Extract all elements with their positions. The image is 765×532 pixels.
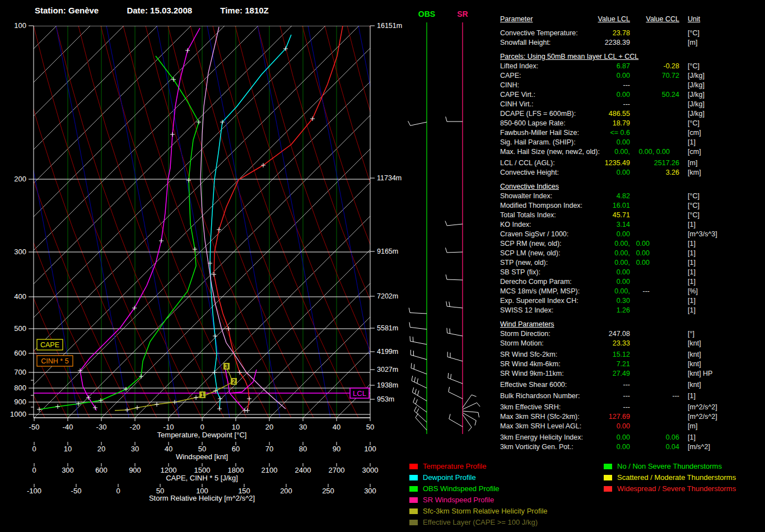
svg-text:CINH * 5: CINH * 5 [41, 357, 68, 365]
profile-legend-item: Temperature Profile [409, 461, 548, 472]
table-row: SR Wind Sfc-2km:15.12[knt] [500, 350, 763, 360]
svg-text:953m: 953m [377, 395, 394, 403]
svg-text:1000: 1000 [10, 410, 26, 418]
legend-swatch-icon [604, 464, 612, 469]
table-row: SB STP (fix):0.00[1] [500, 268, 763, 277]
svg-text:3000: 3000 [362, 466, 379, 474]
svg-text:11734m: 11734m [377, 174, 402, 182]
table-row: Craven SigSvr / 1000:0.00[m^3/s^3] [500, 230, 763, 239]
table-row: SWISS 12 Index:1.26[1] [500, 306, 763, 315]
svg-text:80: 80 [299, 445, 307, 453]
table-row: Max 3km SRH (Sfc-2km):127.69[m^2/s^2] [500, 412, 763, 422]
svg-text:1: 1 [201, 392, 204, 398]
table-row: 3km Effective SRH:---[m^2/s^2] [500, 403, 763, 412]
svg-text:-40: -40 [63, 423, 73, 431]
svg-text:300: 300 [364, 487, 376, 495]
svg-text:Windspeed [knt]: Windspeed [knt] [176, 452, 228, 461]
profile-legend-item: Effective Layer (CAPE >= 100 J/kg) [409, 517, 548, 528]
legend-label: Dewpoint Profile [423, 472, 476, 483]
profile-legend: Temperature ProfileDewpoint ProfileOBS W… [409, 461, 548, 528]
table-row: Storm Motion:23.33[knt] [500, 339, 763, 348]
svg-text:Storm Relative Helicity [m^2/s: Storm Relative Helicity [m^2/s^2] [149, 494, 255, 502]
svg-text:400: 400 [14, 292, 26, 301]
table-row: Convective Temperature:23.78[°C] [500, 29, 763, 38]
table-row: Showalter Index:4.82[°C] [500, 192, 763, 201]
table-row: Effective Shear 6000:---[knt] [500, 380, 763, 390]
profile-legend-item: SR Windspeed Profile [409, 494, 548, 506]
legend-swatch-icon [409, 475, 418, 480]
plot-area: 123 [0, 26, 498, 418]
svg-text:30: 30 [131, 445, 139, 453]
table-row: CAPE:0.0070.72[J/kg] [500, 71, 763, 81]
table-row: 3km Energy Helicity Index:0.000.06[1] [500, 433, 763, 442]
svg-text:10: 10 [232, 423, 240, 431]
svg-text:2100: 2100 [262, 466, 278, 474]
svg-text:LCL: LCL [353, 389, 366, 398]
table-row: CINH:---[J/kg] [500, 81, 763, 90]
table-row: SR Wind 9km-11km:27.49[knt] HP [500, 369, 763, 379]
parameter-table: ParameterValue LCLValue CCLUnitConvectiv… [500, 15, 763, 452]
dewpoint-profile [210, 35, 291, 409]
table-row: Total Totals Index:45.71[°C] [500, 211, 763, 220]
table-row: Max. Hail Size (new, new2, old):0.00,0.0… [500, 147, 763, 157]
section-title: Convective Indices [500, 182, 763, 192]
table-header: ParameterValue LCLValue CCLUnit [500, 15, 763, 24]
legend-swatch-icon [604, 475, 612, 480]
legend-swatch-icon [409, 520, 418, 525]
svg-text:1938m: 1938m [377, 381, 398, 389]
obs-column-label: OBS [418, 10, 435, 18]
legend-swatch-icon [409, 464, 418, 469]
svg-text:3027m: 3027m [377, 366, 398, 374]
svg-text:70: 70 [265, 445, 273, 453]
table-row: STP (new, old):0.00,0.00[1] [500, 258, 763, 268]
svg-text:2: 2 [232, 379, 236, 385]
legend-swatch-icon [409, 497, 418, 503]
svg-text:-50: -50 [71, 487, 82, 495]
svg-text:CAPE, CINH * 5 [J/kg]: CAPE, CINH * 5 [J/kg] [166, 474, 238, 482]
svg-text:7202m: 7202m [377, 292, 398, 300]
svg-text:20: 20 [265, 423, 273, 431]
table-row: LCL / CCL (AGL):1235.492517.26[m] [500, 158, 763, 168]
svg-text:600: 600 [14, 349, 26, 357]
svg-text:2700: 2700 [329, 466, 345, 474]
svg-text:5581m: 5581m [377, 324, 398, 332]
svg-text:40: 40 [333, 423, 340, 431]
svg-text:40: 40 [165, 445, 172, 453]
svg-text:100: 100 [14, 21, 26, 30]
profile-legend-item: Dewpoint Profile [409, 472, 548, 483]
svg-text:700: 700 [14, 368, 26, 376]
svg-text:600: 600 [95, 466, 108, 474]
table-row: Sig. Hail Param. (SHIP):0.00[1] [500, 138, 763, 147]
table-row: 850-600 Lapse Rate:18.79[°C] [500, 119, 763, 128]
profile-legend-item: OBS Windspeed Profile [409, 483, 548, 494]
table-row: Convective Height:0.003.26[km] [500, 168, 763, 178]
svg-text:30: 30 [299, 423, 307, 431]
legend-swatch-icon [409, 508, 418, 514]
table-row: Lifted Index:6.87-0.28[°C] [500, 62, 763, 71]
svg-text:90: 90 [333, 445, 340, 453]
svg-text:300: 300 [14, 248, 26, 256]
severity-legend-item: No / Non Severe Thunderstorms [604, 461, 736, 472]
legend-label: Sfc-3km Storm Relative Helicity Profile [423, 506, 548, 517]
table-row: Fawbush-Miller Hail Size:<= 0.6[cm] [500, 128, 763, 138]
svg-text:-50: -50 [29, 423, 40, 431]
svg-text:-100: -100 [27, 487, 41, 495]
legend-label: Temperature Profile [423, 461, 486, 472]
table-row: SR Wind 4km-6km:7.21[knt] [500, 360, 763, 369]
svg-text:CAPE: CAPE [40, 341, 59, 349]
table-row: 3km Vorticity Gen. Pot.:0.000.04[m/s^2] [500, 442, 763, 452]
svg-text:Temperature, Dewpoint [°C]: Temperature, Dewpoint [°C] [157, 431, 247, 439]
svg-text:250: 250 [322, 487, 334, 495]
sounding-app: Station: Genève Date: 15.03.2008 Time: 1… [0, 0, 765, 532]
profile-legend-item: Sfc-3km Storm Relative Helicity Profile [409, 506, 548, 517]
svg-text:0: 0 [32, 466, 36, 474]
svg-text:50: 50 [366, 423, 374, 431]
table-row: Storm Direction:247.08[°] [500, 329, 763, 339]
legend-label: OBS Windspeed Profile [423, 483, 500, 494]
svg-text:1200: 1200 [161, 466, 177, 474]
svg-text:1500: 1500 [194, 466, 211, 474]
svg-text:200: 200 [14, 175, 26, 183]
svg-text:200: 200 [280, 487, 292, 495]
svg-text:0: 0 [32, 445, 36, 453]
table-row: SCP RM (new, old):0.00,0.00[1] [500, 239, 763, 249]
